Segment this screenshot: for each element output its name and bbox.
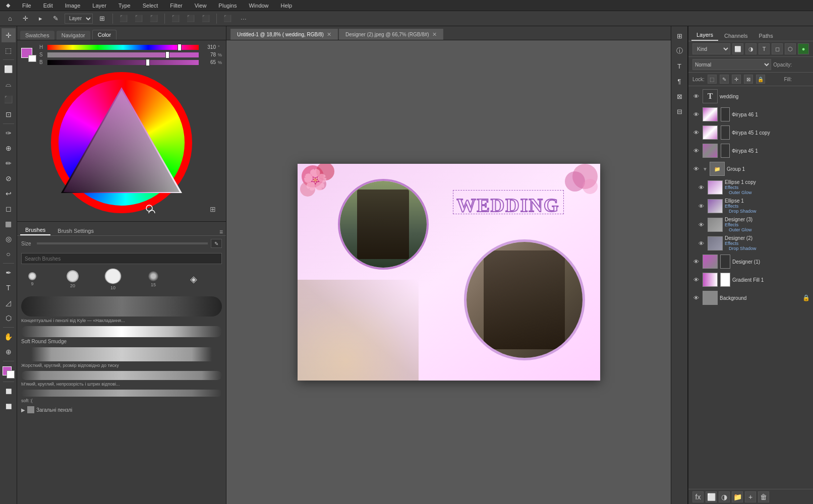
delete-layer-btn[interactable]: 🗑: [758, 491, 769, 502]
align-left-btn[interactable]: ⬛: [118, 13, 130, 24]
vis-designer3[interactable]: 👁: [696, 220, 706, 229]
grid-btn[interactable]: ⊞: [96, 13, 108, 24]
kyle-brush-preview[interactable]: [21, 296, 222, 317]
mini-info-btn[interactable]: ⓘ: [673, 44, 686, 57]
size-track[interactable]: [37, 242, 208, 244]
tab-layers[interactable]: Layers: [691, 30, 718, 41]
filter-smart-btn[interactable]: ⬡: [785, 43, 796, 54]
layer-item-wedding[interactable]: 👁 T wedding: [688, 87, 813, 105]
more-options[interactable]: ···: [241, 15, 247, 23]
menu-image[interactable]: Image: [63, 2, 83, 10]
add-mask-btn[interactable]: ⬜: [706, 491, 717, 502]
layer-item-ellipse1c[interactable]: 👁 Ellipse 1 copy Effects Outer Glow: [688, 178, 813, 197]
lock-paint-btn[interactable]: ✎: [720, 75, 729, 84]
clone-tool[interactable]: ⊘: [2, 171, 16, 185]
soft-round-smudge-preview[interactable]: [21, 326, 222, 337]
eraser-tool[interactable]: ◻: [2, 202, 16, 216]
brush-search-input[interactable]: [21, 253, 222, 264]
canvas-tab-1-close[interactable]: ✕: [327, 31, 331, 38]
marquee-tool[interactable]: ⬜: [2, 62, 16, 76]
layer-item-designer3[interactable]: 👁 Designer (3) Effects Outer Glow: [688, 215, 813, 234]
add-adjustment-btn[interactable]: ◑: [719, 491, 730, 502]
distribute3-btn[interactable]: ⬛: [200, 13, 212, 24]
s-slider-track[interactable]: [47, 52, 199, 57]
canvas-tab-2-close[interactable]: ✕: [432, 31, 437, 38]
canvas-viewport[interactable]: 🌸 WEDDING: [226, 40, 671, 504]
crop-tool[interactable]: ⊡: [2, 107, 16, 121]
zoom-tool[interactable]: ⊕: [2, 345, 16, 359]
arrow-btn[interactable]: ▸: [34, 13, 46, 24]
history-tool[interactable]: ↩: [2, 186, 16, 201]
kind-filter-select[interactable]: Kind: [692, 43, 730, 54]
move-tool[interactable]: ✛: [2, 28, 16, 42]
b-slider-thumb[interactable]: [146, 59, 150, 66]
menu-help[interactable]: Help: [279, 2, 295, 10]
layer-item-shape46[interactable]: 👁 Фігура 46 1: [688, 105, 813, 123]
layer-item-group1[interactable]: 👁 ▼ 📁 Group 1: [688, 160, 813, 178]
color-swatch-area[interactable]: [2, 365, 16, 380]
canvas-tab-2[interactable]: Designer (2).jpeg @ 66,7% (RGB/8#) ✕: [339, 29, 443, 40]
brush-tool[interactable]: ✏: [2, 156, 16, 170]
distribute2-btn[interactable]: ⬛: [185, 13, 197, 24]
add-layer-btn[interactable]: +: [745, 491, 756, 502]
add-fx-btn[interactable]: fx: [692, 491, 704, 502]
background-color[interactable]: [7, 370, 15, 379]
mini-history-btn[interactable]: ⊟: [673, 105, 686, 118]
artboard-tool[interactable]: ⬚: [2, 43, 16, 57]
menu-ps[interactable]: ◆: [4, 1, 12, 10]
brush-preset-2[interactable]: 20: [62, 268, 84, 290]
soft-preview[interactable]: [21, 390, 222, 397]
color-wheel-svg[interactable]: [51, 72, 192, 213]
filter-toggle-btn[interactable]: ●: [798, 43, 809, 54]
vis-shape45c[interactable]: 👁: [691, 128, 701, 137]
pen-tool[interactable]: ✒: [2, 266, 16, 280]
vis-ellipse1[interactable]: 👁: [696, 202, 706, 211]
blur-tool[interactable]: ◎: [2, 232, 16, 246]
b-slider-track[interactable]: [47, 60, 199, 65]
menu-file[interactable]: File: [20, 2, 33, 10]
tab-channels[interactable]: Channels: [719, 31, 752, 41]
mini-type-btn[interactable]: T: [673, 59, 686, 73]
tab-swatches[interactable]: Swatches: [20, 31, 54, 40]
wheel-expand-btn[interactable]: ⊞: [210, 205, 216, 213]
quick-mask-btn[interactable]: ⬜: [2, 399, 16, 413]
mini-rotate-btn[interactable]: ⊞: [673, 29, 686, 42]
bg-color-box[interactable]: [28, 55, 36, 62]
s-slider-thumb[interactable]: [165, 51, 169, 58]
filter-shape-btn[interactable]: ◻: [772, 43, 783, 54]
filter-type-btn[interactable]: T: [759, 43, 770, 54]
menu-layer[interactable]: Layer: [90, 2, 108, 10]
align-center-btn[interactable]: ⬛: [133, 13, 145, 24]
filter-pixel-btn[interactable]: ⬜: [732, 43, 743, 54]
move-tool-btn[interactable]: ✛: [19, 13, 31, 24]
lasso-tool[interactable]: ⌓: [2, 77, 16, 91]
brush-panel-menu[interactable]: ≡: [219, 228, 223, 235]
shape-tool[interactable]: ⬡: [2, 311, 16, 325]
vis-gradient[interactable]: 👁: [691, 275, 701, 284]
tab-brushes[interactable]: Brushes: [20, 225, 50, 235]
brush-category-header[interactable]: ▶ Загальні пензлі: [21, 406, 222, 413]
layer-item-ellipse1[interactable]: 👁 Ellipse 1 Effects Drop Shadow: [688, 197, 813, 215]
dodge-tool[interactable]: ○: [2, 247, 16, 261]
lock-position-btn[interactable]: ✛: [732, 75, 741, 84]
brush-preset-4[interactable]: 15: [142, 268, 164, 290]
vis-wedding[interactable]: 👁: [691, 92, 701, 101]
hard-round-preview[interactable]: [21, 347, 222, 361]
vis-shape46[interactable]: 👁: [691, 110, 701, 119]
blend-mode-select[interactable]: Normal: [692, 59, 771, 70]
layer-item-shape45[interactable]: 👁 Фігура 45 1: [688, 142, 813, 160]
type-tool[interactable]: T: [2, 281, 16, 295]
menu-select[interactable]: Select: [141, 2, 160, 10]
layer-item-background[interactable]: 👁 Background 🔒: [688, 289, 813, 307]
vis-designer1[interactable]: 👁: [691, 257, 701, 266]
canvas-tab-1[interactable]: Untitled-1 @ 18,8% ( wedding, RGB/8) ✕: [230, 29, 338, 40]
lock-all-btn[interactable]: 🔒: [756, 75, 765, 84]
tab-navigator[interactable]: Navigator: [56, 31, 90, 40]
layer-item-shape45c[interactable]: 👁 Фігура 45 1 copy: [688, 123, 813, 142]
filter-adjustment-btn[interactable]: ◑: [745, 43, 757, 54]
home-btn[interactable]: ⌂: [4, 13, 16, 24]
brush-preset-1[interactable]: 9: [21, 268, 43, 290]
mini-paragraph-btn[interactable]: ¶: [673, 75, 686, 88]
mini-transform-btn[interactable]: ⊠: [673, 90, 686, 103]
menu-filter[interactable]: Filter: [168, 2, 184, 10]
